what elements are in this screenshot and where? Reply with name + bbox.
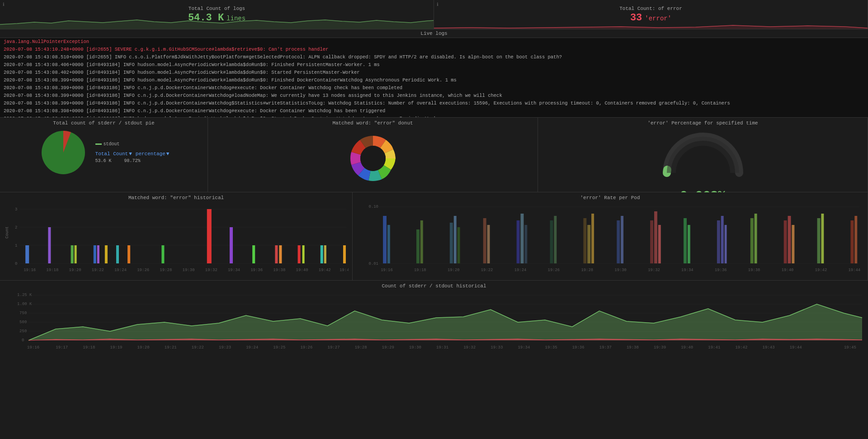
svg-text:19:30: 19:30 [183, 267, 195, 272]
svg-rect-21 [97, 245, 99, 263]
svg-text:2: 2 [15, 225, 17, 230]
svg-rect-22 [105, 245, 108, 263]
pie-title: Total count of stderr / stdout pie [53, 120, 154, 126]
svg-rect-69 [583, 218, 586, 263]
svg-rect-61 [458, 227, 460, 263]
svg-text:19:23: 19:23 [219, 345, 231, 350]
total-count-dropdown[interactable]: Total Count ▼ [95, 151, 132, 157]
pie-legend-label: stdout [104, 142, 120, 147]
svg-rect-35 [343, 245, 346, 263]
svg-text:19:27: 19:27 [328, 345, 340, 350]
live-logs-header: Live logs [0, 29, 868, 38]
svg-rect-77 [684, 218, 687, 263]
svg-text:19:32: 19:32 [205, 267, 217, 272]
svg-text:1: 1 [15, 243, 17, 248]
svg-rect-57 [416, 229, 420, 263]
svg-text:19:34: 19:34 [681, 268, 693, 272]
svg-text:19:36: 19:36 [572, 345, 585, 350]
svg-text:19:24: 19:24 [514, 268, 527, 272]
svg-text:19:18: 19:18 [83, 345, 95, 350]
percentage-chevron: ▼ [166, 151, 170, 157]
middle-row: Total count of stderr / stdout pie stdou… [0, 118, 868, 192]
donut-panel: Matched word: "error" donut [208, 118, 538, 192]
info-icon-error: ℹ [437, 2, 439, 7]
svg-rect-64 [517, 220, 520, 263]
gauge-title: 'error' Percentage for specified time [647, 120, 758, 126]
svg-rect-29 [275, 245, 278, 263]
svg-rect-71 [591, 214, 594, 263]
svg-text:19:42: 19:42 [815, 268, 827, 272]
svg-text:19:28: 19:28 [160, 267, 172, 272]
svg-text:19:24: 19:24 [114, 267, 127, 272]
svg-text:19:32: 19:32 [463, 345, 476, 350]
pie-legend-stdout: stdout [95, 142, 170, 147]
svg-text:19:17: 19:17 [56, 345, 68, 350]
svg-text:19:40: 19:40 [681, 345, 693, 350]
svg-rect-3 [95, 143, 102, 145]
svg-rect-62 [483, 218, 486, 263]
svg-text:19:21: 19:21 [165, 345, 177, 350]
svg-rect-34 [324, 245, 326, 263]
svg-text:19:36: 19:36 [715, 268, 727, 272]
svg-text:19:22: 19:22 [481, 268, 493, 272]
svg-text:19:20: 19:20 [69, 267, 81, 272]
rate-per-pod-chart: 0.10 0.01 [356, 202, 864, 275]
svg-text:19:38: 19:38 [627, 345, 639, 350]
svg-rect-79 [717, 220, 720, 263]
svg-text:19:24: 19:24 [246, 345, 258, 350]
svg-rect-60 [454, 216, 457, 263]
error-count-title: Total Count: of error [619, 6, 682, 11]
area-title: Count of stderr / stdout historical [4, 283, 864, 289]
svg-rect-87 [817, 218, 821, 263]
svg-rect-27 [230, 227, 233, 263]
log-line-5: 2020-07-08 15:43:08.399+0000 [id=8493186… [0, 76, 868, 84]
top-metrics-row: ℹ Total Count of logs 54.3 K lines ℹ Tot… [0, 0, 868, 29]
log-line-0: java.lang.NullPointerException [0, 38, 868, 46]
svg-text:19:29: 19:29 [382, 345, 394, 350]
svg-rect-66 [524, 225, 527, 263]
svg-text:500: 500 [19, 320, 27, 324]
svg-text:19:18: 19:18 [414, 268, 426, 272]
log-line-8: 2020-07-08 15:43:08.399+0000 [id=8493186… [0, 100, 868, 107]
total-count-chevron: ▼ [129, 151, 132, 157]
rate-per-pod-title: 'error' Rate per Pod [356, 195, 864, 200]
svg-rect-89 [850, 220, 854, 263]
logs-count-unit: lines [226, 15, 245, 22]
log-line-6: 2020-07-08 15:43:08.399+0000 [id=8493186… [0, 84, 868, 92]
svg-text:19:30: 19:30 [409, 345, 421, 350]
svg-text:19:20: 19:20 [137, 345, 150, 350]
svg-point-6 [360, 146, 386, 171]
svg-rect-73 [621, 216, 623, 263]
svg-rect-82 [750, 218, 754, 263]
pie-percentage-value: 98.72% [124, 158, 141, 163]
svg-text:3: 3 [15, 207, 17, 212]
svg-text:19:28: 19:28 [355, 345, 367, 350]
svg-text:19:38: 19:38 [748, 268, 760, 272]
svg-rect-65 [520, 214, 524, 263]
svg-text:19:37: 19:37 [599, 345, 612, 350]
bar-row: Matched word: "error" historical 3 2 1 0… [0, 192, 868, 281]
svg-rect-23 [116, 245, 119, 263]
svg-rect-20 [94, 245, 96, 263]
svg-text:19:40: 19:40 [296, 267, 308, 272]
svg-rect-19 [75, 245, 77, 263]
svg-rect-75 [654, 211, 657, 263]
percentage-dropdown[interactable]: percentage ▼ [136, 151, 170, 157]
svg-rect-24 [127, 245, 130, 263]
svg-rect-83 [755, 214, 757, 263]
live-logs-panel: Live logs java.lang.NullPointerException… [0, 29, 868, 118]
svg-rect-76 [658, 225, 661, 263]
dashboard: ℹ Total Count of logs 54.3 K lines ℹ Tot… [0, 0, 868, 439]
area-row: Count of stderr / stdout historical 1.25… [0, 281, 868, 439]
svg-rect-31 [298, 245, 301, 263]
info-icon-logs: ℹ [3, 2, 5, 7]
svg-rect-56 [387, 225, 390, 263]
svg-rect-25 [161, 245, 164, 263]
svg-text:19:43: 19:43 [763, 345, 775, 350]
pie-chart [38, 128, 88, 177]
svg-rect-68 [554, 216, 557, 263]
svg-rect-78 [688, 225, 690, 263]
svg-text:750: 750 [19, 311, 27, 315]
svg-text:19:26: 19:26 [300, 345, 312, 350]
svg-text:19:44: 19:44 [790, 345, 802, 350]
